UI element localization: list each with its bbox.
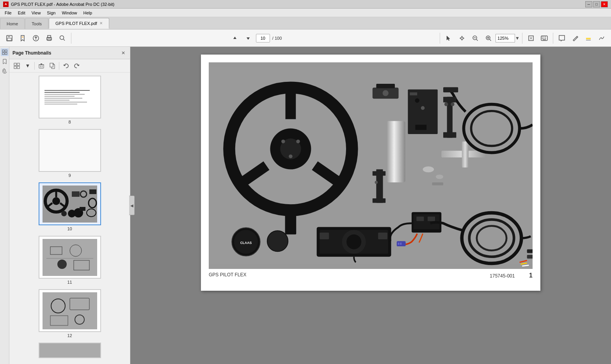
- svg-rect-48: [72, 191, 80, 197]
- print-button[interactable]: [43, 32, 55, 44]
- thumbnail-page-13[interactable]: [11, 343, 128, 358]
- svg-rect-31: [5, 53, 7, 55]
- svg-rect-25: [543, 39, 546, 40]
- thumbnail-page-9[interactable]: 9: [11, 129, 128, 178]
- select-tool-button[interactable]: [442, 32, 455, 44]
- save-button[interactable]: [3, 32, 16, 44]
- menu-sign[interactable]: Sign: [44, 10, 59, 16]
- search-button[interactable]: [56, 32, 69, 44]
- pen-button[interactable]: [569, 32, 581, 44]
- svg-point-77: [289, 154, 293, 158]
- tab-pdf[interactable]: GPS PILOT FLEX.pdf ✕: [49, 18, 109, 29]
- menu-help[interactable]: Help: [80, 10, 96, 16]
- zoom-input[interactable]: [496, 34, 515, 42]
- thumb-box-8[interactable]: [39, 76, 101, 118]
- close-button[interactable]: ✕: [601, 1, 608, 7]
- footer-right: 175745-001 1: [490, 272, 533, 279]
- minimize-button[interactable]: ─: [585, 1, 592, 7]
- svg-rect-84: [376, 84, 395, 88]
- thumbnail-list: 8 9: [9, 72, 130, 364]
- menu-view[interactable]: View: [28, 10, 44, 16]
- toolbar-separator-4: [553, 33, 553, 44]
- window-controls: ─ □ ✕: [585, 1, 608, 7]
- pdf-page: CLAAS: [201, 55, 540, 291]
- zoom-dropdown-button[interactable]: ▼: [515, 35, 520, 41]
- thumb-box-12[interactable]: [39, 289, 101, 332]
- thumb-preview-10: [43, 186, 97, 223]
- thumb-box-11[interactable]: [39, 236, 101, 279]
- menu-window[interactable]: Window: [59, 10, 80, 16]
- keyboard-button[interactable]: [538, 32, 551, 44]
- parts-illustration: CLAAS: [209, 62, 533, 269]
- pan-tool-button[interactable]: [456, 32, 468, 44]
- panel-toolbar: ▼: [9, 59, 130, 72]
- panel-tb-sep-1: [34, 62, 35, 70]
- rotate-cw-button[interactable]: [72, 61, 82, 71]
- page-image: CLAAS: [209, 62, 533, 269]
- svg-rect-1: [8, 35, 10, 37]
- menu-edit[interactable]: Edit: [15, 10, 28, 16]
- svg-rect-28: [2, 50, 4, 52]
- svg-rect-2: [7, 38, 11, 41]
- upload-button[interactable]: [30, 32, 42, 44]
- highlight-button[interactable]: [582, 32, 595, 44]
- page-number-input[interactable]: [256, 34, 270, 42]
- svg-rect-111: [527, 255, 533, 259]
- thumb-box-10[interactable]: [39, 182, 101, 225]
- thumb-box-13[interactable]: [39, 343, 101, 358]
- thumb-label-8: 8: [68, 120, 71, 124]
- sign-button[interactable]: [595, 32, 608, 44]
- fit-page-button[interactable]: [525, 32, 537, 44]
- thumb-label-11: 11: [67, 280, 72, 284]
- main-area: Page Thumbnails ✕ ▼: [0, 47, 611, 364]
- app-icon: A: [3, 2, 9, 7]
- maximize-button[interactable]: □: [593, 1, 600, 7]
- svg-rect-110: [527, 249, 533, 253]
- page-up-button[interactable]: [229, 33, 240, 44]
- svg-rect-91: [387, 121, 405, 182]
- thumbnail-page-12[interactable]: 12: [11, 289, 128, 338]
- svg-line-8: [64, 39, 65, 41]
- svg-point-7: [60, 35, 64, 39]
- thumb-box-9[interactable]: [39, 129, 101, 172]
- zoom-out-button[interactable]: [469, 32, 481, 44]
- thumb-label-12: 12: [67, 333, 72, 338]
- thumb-label-10: 10: [67, 226, 72, 231]
- panel-close-button[interactable]: ✕: [120, 49, 127, 57]
- attachment-icon[interactable]: [1, 67, 9, 75]
- svg-rect-56: [80, 207, 85, 211]
- tab-tools[interactable]: Tools: [25, 18, 48, 29]
- thumbnail-size-dropdown[interactable]: ▼: [23, 61, 33, 71]
- svg-text:CLAAS: CLAAS: [240, 241, 252, 245]
- comment-button[interactable]: [556, 32, 568, 44]
- thumbnail-page-8[interactable]: 8: [11, 76, 128, 124]
- page-down-button[interactable]: [243, 33, 254, 44]
- thumbnail-page-11[interactable]: 11: [11, 236, 128, 284]
- thumbnail-page-10[interactable]: 10: [11, 182, 128, 231]
- footer-page-num: 1: [529, 272, 533, 279]
- svg-rect-35: [17, 66, 20, 69]
- svg-rect-128: [373, 198, 385, 203]
- extract-page-button[interactable]: [47, 61, 57, 71]
- svg-rect-20: [544, 37, 544, 37]
- svg-rect-123: [443, 132, 456, 138]
- bookmarks-icon[interactable]: [1, 58, 9, 65]
- toolbar-separator-2: [440, 33, 440, 44]
- thumbnail-panel-icon[interactable]: [1, 48, 9, 56]
- rotate-ccw-button[interactable]: [61, 61, 71, 71]
- delete-page-button[interactable]: [36, 61, 46, 71]
- svg-rect-50: [89, 189, 96, 194]
- zoom-in-button[interactable]: [482, 32, 495, 44]
- panel-title: Page Thumbnails: [12, 50, 51, 56]
- page-footer: GPS PILOT FLEX 175745-001 1: [209, 272, 533, 279]
- tab-home[interactable]: Home: [0, 18, 25, 29]
- tab-bar: Home Tools GPS PILOT FLEX.pdf ✕: [0, 17, 611, 30]
- panel-collapse-button[interactable]: ◀: [129, 196, 135, 215]
- svg-rect-99: [443, 87, 458, 92]
- menu-file[interactable]: File: [2, 10, 15, 16]
- tab-close-button[interactable]: ✕: [99, 21, 103, 25]
- svg-line-16: [490, 39, 491, 41]
- content-area[interactable]: CLAAS: [130, 47, 611, 364]
- bookmark-button[interactable]: [16, 32, 29, 44]
- thumbnail-size-button[interactable]: [12, 61, 22, 71]
